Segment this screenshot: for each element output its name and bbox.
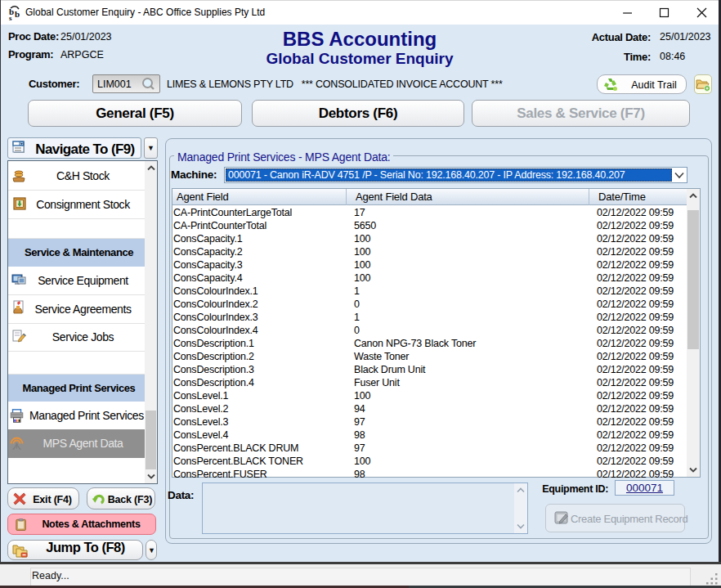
svg-text:s: s (9, 14, 12, 20)
svg-text:b: b (15, 9, 20, 19)
